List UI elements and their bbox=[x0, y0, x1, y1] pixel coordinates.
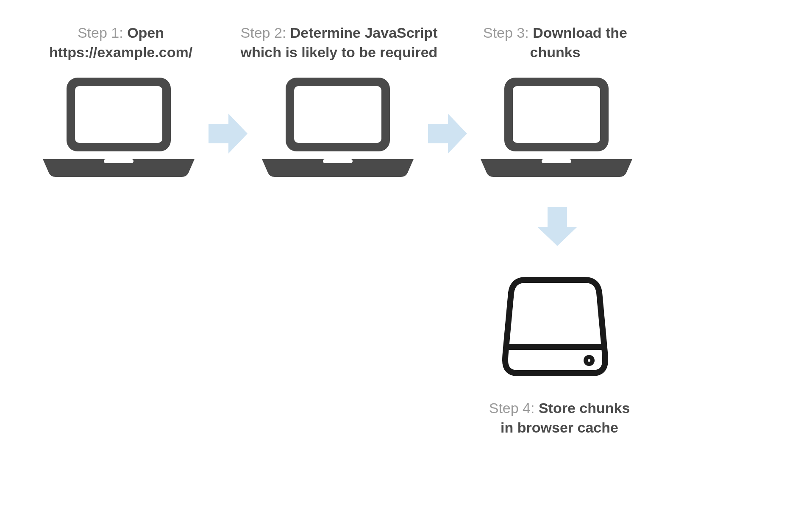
step-bold-1: Open bbox=[127, 25, 164, 41]
arrow-right-icon bbox=[425, 110, 471, 157]
storage-icon bbox=[500, 271, 610, 382]
step-bold-2: https://example.com/ bbox=[49, 44, 192, 60]
step-bold-2: chunks bbox=[530, 44, 580, 60]
svg-rect-7 bbox=[513, 86, 600, 143]
laptop-icon bbox=[40, 74, 197, 184]
step-2-label: Step 2: Determine JavaScript which is li… bbox=[229, 23, 449, 62]
step-3-label: Step 3: Download the chunks bbox=[462, 23, 648, 62]
svg-rect-1 bbox=[75, 86, 162, 143]
arrow-right-icon bbox=[205, 110, 252, 157]
step-prefix: Step 3: bbox=[483, 25, 533, 41]
svg-rect-2 bbox=[104, 159, 133, 163]
laptop-icon bbox=[259, 74, 416, 184]
arrow-down-icon bbox=[534, 204, 581, 250]
step-bold-1: Download the bbox=[533, 25, 627, 41]
step-prefix: Step 4: bbox=[489, 400, 539, 416]
step-4-label: Step 4: Store chunks in browser cache bbox=[466, 399, 653, 438]
svg-rect-5 bbox=[323, 159, 353, 163]
laptop-icon bbox=[478, 74, 635, 184]
step-bold-2: in browser cache bbox=[501, 419, 618, 436]
step-bold-2: which is likely to be required bbox=[241, 44, 438, 60]
svg-rect-8 bbox=[542, 159, 571, 163]
step-bold-1: Determine JavaScript bbox=[290, 25, 438, 41]
step-prefix: Step 2: bbox=[241, 25, 290, 41]
step-bold-1: Store chunks bbox=[539, 400, 630, 416]
svg-point-10 bbox=[586, 357, 592, 364]
svg-rect-4 bbox=[294, 86, 381, 143]
step-1-label: Step 1: Open https://example.com/ bbox=[25, 23, 216, 62]
step-prefix: Step 1: bbox=[78, 25, 127, 41]
